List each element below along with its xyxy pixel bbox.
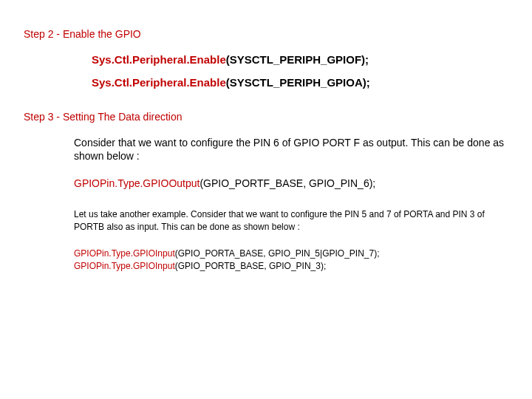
code-function-name: Sys.Ctl.Peripheral.Enable xyxy=(92,76,226,89)
step3-code-line-2a: GPIOPin.Type.GPIOInput(GPIO_PORTA_BASE, … xyxy=(74,248,508,260)
step3-paragraph-1: Consider that we want to configure the P… xyxy=(74,136,508,163)
code-function-name: GPIOPin.Type.GPIOOutput xyxy=(74,177,200,189)
code-arguments: (SYSCTL_PERIPH_GPIOA); xyxy=(226,76,370,89)
code-arguments: (GPIO_PORTF_BASE, GPIO_PIN_6); xyxy=(200,177,375,189)
code-function-name: GPIOPin.Type.GPIOInput xyxy=(74,248,175,259)
code-function-name: Sys.Ctl.Peripheral.Enable xyxy=(92,53,226,66)
code-arguments: (GPIO_PORTB_BASE, GPIO_PIN_3); xyxy=(175,261,327,271)
step3-code-line-1: GPIOPin.Type.GPIOOutput(GPIO_PORTF_BASE,… xyxy=(74,177,508,189)
step3-code-line-2b: GPIOPin.Type.GPIOInput(GPIO_PORTB_BASE, … xyxy=(74,260,508,273)
code-arguments: (SYSCTL_PERIPH_GPIOF); xyxy=(226,53,369,66)
step3-heading: Step 3 - Setting The Data direction xyxy=(24,111,508,123)
code-function-name: GPIOPin.Type.GPIOInput xyxy=(74,261,175,271)
step2-code-line-1: Sys.Ctl.Peripheral.Enable(SYSCTL_PERIPH_… xyxy=(92,53,508,66)
step2-code-line-2: Sys.Ctl.Peripheral.Enable(SYSCTL_PERIPH_… xyxy=(92,76,508,89)
code-arguments: (GPIO_PORTA_BASE, GPIO_PIN_5|GPIO_PIN_7)… xyxy=(175,248,380,259)
step3-paragraph-2: Let us take another example. Consider th… xyxy=(74,208,508,232)
step2-heading: Step 2 - Enable the GPIO xyxy=(24,28,508,40)
